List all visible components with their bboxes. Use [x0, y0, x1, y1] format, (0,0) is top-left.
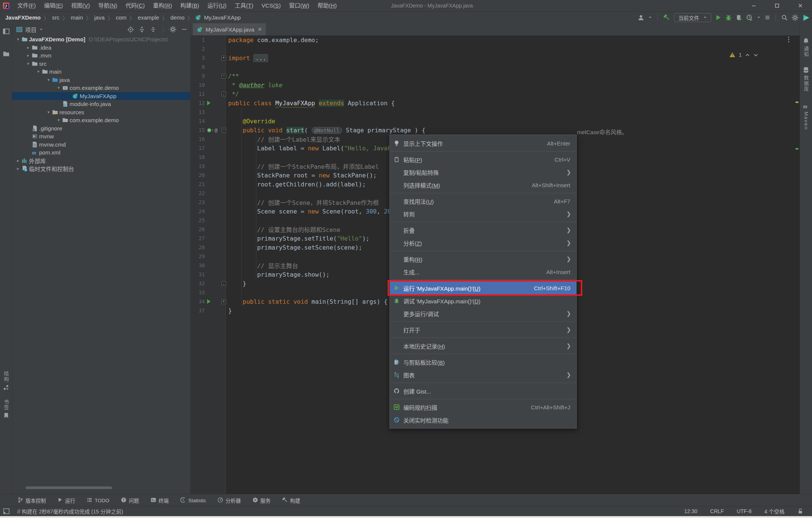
breadcrumb-item[interactable]: demo	[170, 14, 185, 21]
fold-marker-icon[interactable]: −	[221, 128, 226, 133]
tree-chevron-icon[interactable]: ▾	[25, 61, 32, 66]
code-line[interactable]: 10 * @author luke	[191, 80, 800, 89]
tree-item[interactable]: ▾java	[12, 76, 190, 84]
toolwindow-button[interactable]: 分析器	[217, 497, 241, 504]
structure-tool-button[interactable]: 结构	[0, 371, 12, 391]
tree-item[interactable]: mpom.xml	[12, 148, 190, 157]
code-line[interactable]: 12public class MyJavaFXApp extends Appli…	[191, 98, 800, 108]
tree-chevron-icon[interactable]: ▾	[15, 37, 21, 42]
menu-item[interactable]: 重构(R)❯	[390, 253, 576, 265]
menu-item[interactable]: 折叠❯	[390, 224, 576, 236]
tree-chevron-icon[interactable]: ▾	[45, 110, 52, 115]
menubar-item[interactable]: 编辑(E)	[40, 2, 67, 9]
menu-item[interactable]: 粘贴(P)Ctrl+V	[390, 153, 576, 166]
prev-problem-icon[interactable]	[745, 53, 750, 58]
run-config-select[interactable]: 当前文件	[674, 13, 711, 22]
menu-item[interactable]: 分析(Z)❯	[390, 236, 576, 249]
fold-marker-icon[interactable]: −	[221, 74, 226, 79]
tree-item[interactable]: ▸临时文件和控制台	[12, 165, 190, 173]
toolwindow-button[interactable]: TODO	[86, 497, 109, 504]
collapse-all-button[interactable]	[150, 26, 156, 33]
tree-item[interactable]: ▾com.example.demo	[12, 84, 190, 92]
profiler-dropdown-chevron-icon[interactable]	[757, 15, 761, 20]
folders-tool-button[interactable]	[0, 50, 12, 58]
breadcrumb-item[interactable]: java	[94, 14, 106, 21]
tree-item[interactable]: mvnw	[12, 132, 190, 141]
tool-window-switcher-icon[interactable]	[3, 508, 10, 515]
project-panel-title[interactable]: 项目	[25, 26, 36, 33]
menu-item[interactable]: 复制/粘贴特殊❯	[390, 166, 576, 179]
breadcrumb-item[interactable]: com	[115, 14, 127, 21]
profiler-button[interactable]	[746, 14, 753, 21]
tree-item[interactable]: ▸.mvn	[12, 51, 190, 60]
code-line[interactable]: 8	[191, 62, 800, 71]
maximize-button[interactable]	[765, 0, 789, 11]
minimize-button[interactable]	[742, 0, 765, 11]
tree-item[interactable]: ▾src	[12, 60, 190, 68]
panel-options-button[interactable]	[170, 26, 176, 33]
toolwindow-button[interactable]: 问题	[121, 497, 139, 504]
file-encoding[interactable]: UTF-8	[737, 508, 752, 514]
tree-item[interactable]: .gitignore	[12, 124, 190, 133]
menu-item[interactable]: 创建 Gist...	[390, 385, 576, 397]
tree-item[interactable]: ▸外部库	[12, 157, 190, 165]
menubar-item[interactable]: 文件(F)	[13, 2, 40, 9]
menubar-item[interactable]: 帮助(H)	[314, 2, 341, 9]
close-button[interactable]	[789, 0, 812, 11]
code-line[interactable]: 9−/**	[191, 71, 800, 80]
tree-item[interactable]: Jmodule-info.java	[12, 100, 190, 108]
tree-chevron-icon[interactable]: ▾	[55, 118, 62, 123]
code-line[interactable]: 2	[191, 44, 800, 53]
code-line[interactable]: 3+import ...	[191, 53, 800, 62]
menu-item[interactable]: 图表❯	[390, 368, 576, 381]
menu-item[interactable]: 打开于❯	[390, 323, 576, 336]
code-line[interactable]: 15o↑@− public void start( @NotNull Stage…	[191, 126, 800, 135]
line-separator[interactable]: CRLF	[710, 508, 724, 514]
build-button[interactable]	[663, 14, 670, 21]
tree-item[interactable]: mvnw.cmd	[12, 141, 190, 149]
tree-chevron-icon[interactable]: ▸	[25, 45, 32, 50]
menu-item[interactable]: 本地历史记录(H)❯	[390, 339, 576, 352]
override-gutter-icon[interactable]: o	[207, 128, 211, 132]
ide-features-icon[interactable]	[802, 14, 810, 21]
menu-item[interactable]: 转到❯	[390, 208, 576, 220]
menubar-item[interactable]: 工具(T)	[231, 2, 258, 9]
code-line[interactable]: 13	[191, 108, 800, 117]
user-icon[interactable]	[638, 14, 644, 21]
lock-icon[interactable]	[797, 508, 803, 514]
menu-item[interactable]: 显示上下文操作Alt+Enter	[390, 137, 576, 150]
tree-chevron-icon[interactable]: ▸	[25, 53, 32, 58]
menubar-item[interactable]: 代码(C)	[121, 2, 149, 9]
tree-item[interactable]: ▾JavaFXDemo [Demo]D:\IDEAProjects\JCNCPr…	[12, 35, 190, 44]
menubar-item[interactable]: 视图(V)	[67, 2, 94, 9]
tree-item[interactable]: ▾com.example.demo	[12, 116, 190, 124]
menu-item[interactable]: 更多运行/调试❯	[390, 307, 576, 320]
menu-item[interactable]: 查找用法(U)Alt+F7	[390, 195, 576, 208]
warning-stripe-mark[interactable]	[795, 101, 798, 103]
settings-button[interactable]	[792, 14, 798, 21]
tree-chevron-icon[interactable]: ▸	[15, 158, 21, 163]
hide-panel-button[interactable]	[181, 26, 187, 32]
menu-item[interactable]: 调试 'MyJavaFXApp.main()'(D)	[390, 294, 576, 307]
breadcrumb-item[interactable]: main	[70, 14, 84, 21]
menubar-item[interactable]: 构建(B)	[176, 2, 203, 9]
breadcrumb-item[interactable]: JavaFXDemo	[5, 14, 41, 21]
notifications-tool-button[interactable]: 通知	[800, 38, 812, 58]
code-line[interactable]: 1package com.example.demo;	[191, 35, 800, 44]
select-opened-file-button[interactable]	[127, 26, 134, 33]
tree-item[interactable]: ▾resources	[12, 108, 190, 117]
project-scrollbar[interactable]	[26, 486, 112, 489]
fold-marker-icon[interactable]: +	[221, 299, 226, 304]
menu-item[interactable]: 与剪贴板比较(B)	[390, 356, 576, 368]
toolwindow-button[interactable]: 版本控制	[17, 497, 46, 504]
tab-close-icon[interactable]: ✕	[257, 26, 262, 32]
breadcrumb-item[interactable]: example	[137, 14, 160, 21]
breadcrumb-item[interactable]: src	[51, 14, 60, 21]
fold-marker-icon[interactable]: ⌄	[221, 92, 226, 97]
menubar-item[interactable]: 窗口(W)	[285, 2, 314, 9]
database-tool-button[interactable]: 数据库	[800, 67, 812, 92]
menubar-item[interactable]: 运行(U)	[203, 2, 231, 9]
debug-button[interactable]	[725, 14, 732, 21]
caret-position[interactable]: 12:30	[684, 508, 697, 514]
menu-item[interactable]: 关闭实时检测功能	[390, 413, 576, 426]
